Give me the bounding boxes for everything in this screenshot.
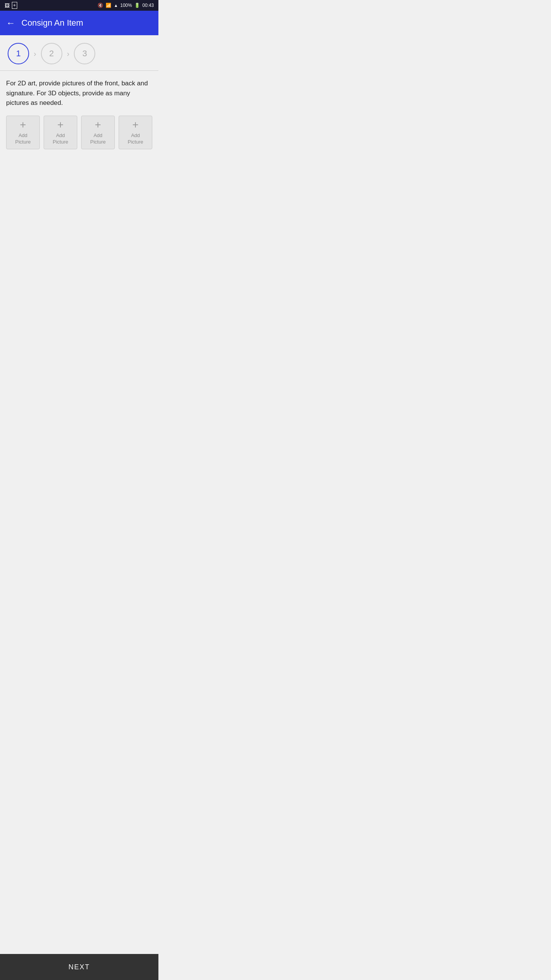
back-button[interactable]: ← — [6, 18, 15, 28]
app-bar: ← Consign An Item — [0, 11, 158, 35]
instruction-text: For 2D art, provide pictures of the fron… — [6, 78, 152, 108]
plus-icon-1: + — [20, 119, 26, 130]
step-2-circle[interactable]: 2 — [41, 43, 62, 64]
add-picture-button-3[interactable]: + AddPicture — [81, 116, 115, 149]
step-2-label: 2 — [49, 49, 54, 59]
image-icon: 🖼 — [5, 3, 10, 8]
step-arrow-2: › — [62, 49, 74, 58]
plus-icon-3: + — [95, 119, 101, 130]
plus-icon-2: + — [57, 119, 64, 130]
add-picture-button-1[interactable]: + AddPicture — [6, 116, 40, 149]
status-bar: 🖼 + 🔇 📶 ▲ 100% 🔋 00:43 — [0, 0, 158, 11]
add-picture-button-4[interactable]: + AddPicture — [119, 116, 152, 149]
step-3-circle[interactable]: 3 — [74, 43, 95, 64]
step-3-label: 3 — [82, 49, 87, 59]
page-title: Consign An Item — [21, 18, 83, 28]
content-area: For 2D art, provide pictures of the fron… — [0, 71, 158, 149]
plus-icon-4: + — [132, 119, 139, 130]
step-1-label: 1 — [16, 49, 21, 59]
time-display: 00:43 — [142, 3, 154, 8]
add-picture-label-2: AddPicture — [53, 132, 68, 145]
picture-grid: + AddPicture + AddPicture + AddPicture +… — [6, 116, 152, 149]
mute-icon: 🔇 — [98, 3, 103, 8]
status-left-icons: 🖼 + — [5, 2, 17, 9]
battery-icon: 🔋 — [134, 3, 140, 8]
bottom-spacer — [0, 149, 158, 180]
wifi-icon: 📶 — [106, 3, 111, 8]
battery-text: 100% — [120, 3, 132, 8]
status-right-icons: 🔇 📶 ▲ 100% 🔋 00:43 — [98, 3, 154, 8]
step-1-circle[interactable]: 1 — [8, 43, 29, 64]
add-picture-label-1: AddPicture — [15, 132, 31, 145]
plus-box-icon: + — [12, 2, 17, 9]
signal-icon: ▲ — [114, 3, 118, 8]
step-indicator: 1 › 2 › 3 — [0, 35, 158, 64]
add-picture-button-2[interactable]: + AddPicture — [44, 116, 77, 149]
add-picture-label-3: AddPicture — [90, 132, 106, 145]
step-arrow-1: › — [29, 49, 41, 58]
add-picture-label-4: AddPicture — [128, 132, 143, 145]
main-content: 1 › 2 › 3 For 2D art, provide pictures o… — [0, 35, 158, 343]
